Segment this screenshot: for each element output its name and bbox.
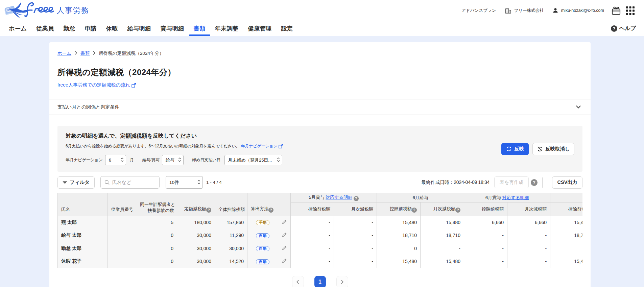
svg-text:人事労務: 人事労務: [57, 6, 89, 15]
